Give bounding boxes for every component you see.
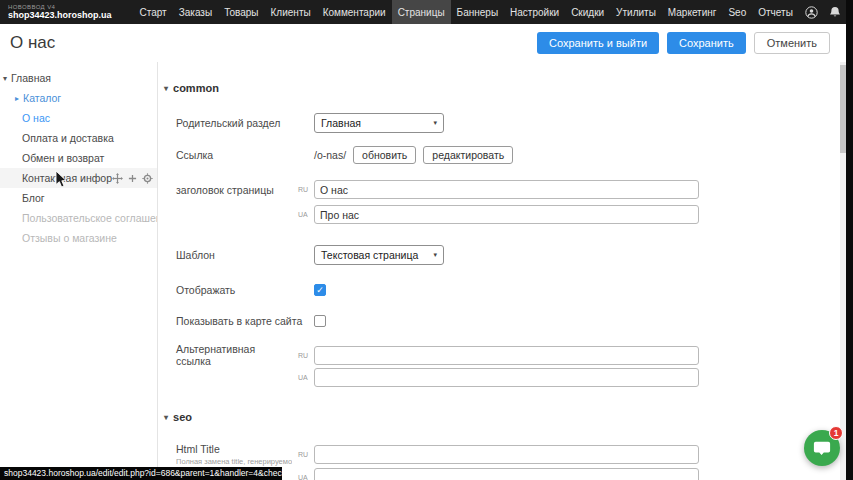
sidebar-item-store-reviews[interactable]: Отзывы о магазине bbox=[0, 228, 157, 248]
parent-section-select[interactable]: Главная ▾ bbox=[314, 113, 444, 133]
account-icon[interactable] bbox=[805, 6, 818, 19]
page-title-ru-input[interactable] bbox=[314, 180, 699, 199]
page-edit-form: ▾ common Родительский раздел Главная ▾ С… bbox=[159, 62, 846, 480]
menu-item-orders[interactable]: Заказы bbox=[173, 0, 218, 24]
chevron-down-icon: ▾ bbox=[164, 413, 168, 422]
alt-link-ru-input[interactable] bbox=[314, 346, 699, 365]
lang-label-ru: RU bbox=[298, 451, 314, 458]
field-html-title-ru: Html Title Полная замена title, генериру… bbox=[176, 443, 699, 466]
field-label: заголовок страницы bbox=[176, 184, 298, 196]
field-parent-section: Родительский раздел Главная ▾ bbox=[176, 113, 444, 133]
sidebar-item-about[interactable]: О нас bbox=[0, 108, 157, 128]
section-common[interactable]: ▾ common bbox=[164, 82, 219, 94]
field-label: Альтернативная ссылка bbox=[176, 343, 298, 367]
page-header: О нас Сохранить и выйти Сохранить Отмени… bbox=[0, 24, 846, 62]
sitemap-checkbox[interactable] bbox=[314, 315, 326, 327]
sidebar-item-blog[interactable]: Блог bbox=[0, 188, 157, 208]
lang-label-ua: UA bbox=[298, 211, 314, 218]
chevron-down-icon: ▾ bbox=[433, 251, 437, 259]
template-select[interactable]: Текстовая страница ▾ bbox=[314, 245, 444, 265]
move-icon[interactable] bbox=[112, 172, 123, 184]
topbar-icons bbox=[805, 6, 841, 19]
cancel-button[interactable]: Отменить bbox=[754, 32, 830, 54]
chevron-right-icon: ▸ bbox=[15, 94, 19, 103]
field-display: Отображать ✓ bbox=[176, 284, 326, 296]
tree-row-actions bbox=[112, 172, 157, 184]
menu-item-comments[interactable]: Комментарии bbox=[317, 0, 392, 24]
field-alt-link-ru: Альтернативная ссылка RU bbox=[176, 343, 699, 367]
field-template: Шаблон Текстовая страница ▾ bbox=[176, 245, 444, 265]
field-label: Ссылка bbox=[176, 149, 314, 161]
sidebar-item-label: Главная bbox=[11, 72, 51, 84]
section-common-title: common bbox=[173, 82, 219, 94]
gear-icon[interactable] bbox=[142, 172, 153, 184]
logo-domain: shop34423.horoshop.ua bbox=[8, 11, 112, 20]
sidebar-item-contacts[interactable]: Контактная инфор bbox=[0, 168, 157, 188]
html-title-ru-input[interactable] bbox=[314, 445, 699, 464]
html-title-ua-input[interactable] bbox=[314, 468, 699, 480]
sidebar-item-catalog[interactable]: ▸ Каталог bbox=[0, 88, 157, 108]
sidebar-item-label: Контактная инфор bbox=[22, 172, 112, 184]
menu-item-start[interactable]: Старт bbox=[134, 0, 173, 24]
display-checkbox[interactable]: ✓ bbox=[314, 284, 326, 296]
sidebar-item-label: Отзывы о магазине bbox=[22, 232, 117, 244]
chevron-down-icon: ▾ bbox=[164, 84, 168, 93]
sidebar-item-label: Блог bbox=[22, 192, 45, 204]
status-url: shop34423.horoshop.ua/edit/edit.php?id=6… bbox=[4, 468, 282, 478]
field-sitemap: Показывать в карте сайта bbox=[176, 315, 326, 327]
field-link: Ссылка /o-nas/ обновить редактировать bbox=[176, 146, 513, 164]
lang-label-ua: UA bbox=[298, 374, 314, 381]
sidebar-item-label: Оплата и доставка bbox=[22, 132, 114, 144]
logo[interactable]: НОВОВВОД V4 shop34423.horoshop.ua bbox=[8, 4, 112, 20]
menu-item-products[interactable]: Товары bbox=[218, 0, 264, 24]
menu-item-marketing[interactable]: Маркетинг bbox=[662, 0, 723, 24]
menu-item-discounts[interactable]: Скидки bbox=[565, 0, 610, 24]
page-title-ua-input[interactable] bbox=[314, 205, 699, 224]
save-button[interactable]: Сохранить bbox=[667, 32, 746, 54]
topbar: НОВОВВОД V4 shop34423.horoshop.ua Старт … bbox=[0, 0, 853, 24]
page-title: О нас bbox=[10, 33, 55, 53]
notifications-bell-icon[interactable] bbox=[828, 6, 841, 19]
link-value: /o-nas/ bbox=[314, 149, 346, 161]
main-menu: Старт Заказы Товары Клиенты Комментарии … bbox=[134, 0, 799, 24]
header-actions: Сохранить и выйти Сохранить Отменить bbox=[537, 32, 830, 54]
screen: НОВОВВОД V4 shop34423.horoshop.ua Старт … bbox=[0, 0, 853, 480]
sidebar-item-home[interactable]: ▾ Главная bbox=[0, 68, 157, 88]
save-and-exit-button[interactable]: Сохранить и выйти bbox=[537, 32, 659, 54]
field-label: Отображать bbox=[176, 284, 314, 296]
lang-label-ua: UA bbox=[298, 474, 314, 480]
link-update-button[interactable]: обновить bbox=[353, 146, 416, 164]
browser-status-bar: shop34423.horoshop.ua/edit/edit.php?id=6… bbox=[0, 467, 282, 480]
link-edit-button[interactable]: редактировать bbox=[423, 146, 513, 164]
lang-label-ru: RU bbox=[298, 186, 314, 193]
alt-link-ua-input[interactable] bbox=[314, 368, 699, 387]
field-page-title-ua: UA bbox=[176, 205, 699, 224]
field-page-title-ru: заголовок страницы RU bbox=[176, 180, 699, 199]
add-icon[interactable] bbox=[127, 172, 138, 184]
field-label: Родительский раздел bbox=[176, 117, 314, 129]
menu-item-settings[interactable]: Настройки bbox=[504, 0, 565, 24]
chat-widget-button[interactable]: 1 bbox=[804, 430, 840, 466]
field-hint: Полная замена title, генерируемого bbox=[176, 457, 292, 466]
sidebar-item-label: Каталог bbox=[23, 92, 61, 104]
menu-item-utilities[interactable]: Утилиты bbox=[610, 0, 662, 24]
sidebar-item-user-agreement[interactable]: Пользовательское соглашение bbox=[0, 208, 157, 228]
menu-item-pages[interactable]: Страницы bbox=[392, 0, 451, 24]
chevron-down-icon: ▾ bbox=[433, 119, 437, 127]
field-label: Показывать в карте сайта bbox=[176, 315, 314, 327]
menu-item-banners[interactable]: Баннеры bbox=[451, 0, 504, 24]
check-icon: ✓ bbox=[316, 286, 324, 295]
sidebar-item-label: О нас bbox=[22, 112, 50, 124]
field-label: Шаблон bbox=[176, 249, 314, 261]
field-label-block: Html Title Полная замена title, генериру… bbox=[176, 443, 298, 466]
sidebar-item-payment-delivery[interactable]: Оплата и доставка bbox=[0, 128, 157, 148]
select-value: Главная bbox=[321, 117, 361, 129]
sidebar-item-exchange-return[interactable]: Обмен и возврат bbox=[0, 148, 157, 168]
menu-item-reports[interactable]: Отчеты bbox=[752, 0, 799, 24]
menu-item-seo[interactable]: Seo bbox=[722, 0, 752, 24]
sidebar-item-label: Обмен и возврат bbox=[22, 152, 104, 164]
select-value: Текстовая страница bbox=[321, 249, 418, 261]
menu-item-clients[interactable]: Клиенты bbox=[265, 0, 317, 24]
pages-tree-sidebar: ▾ Главная ▸ Каталог О нас Оплата и доста… bbox=[0, 62, 158, 480]
section-seo[interactable]: ▾ seo bbox=[164, 411, 192, 423]
